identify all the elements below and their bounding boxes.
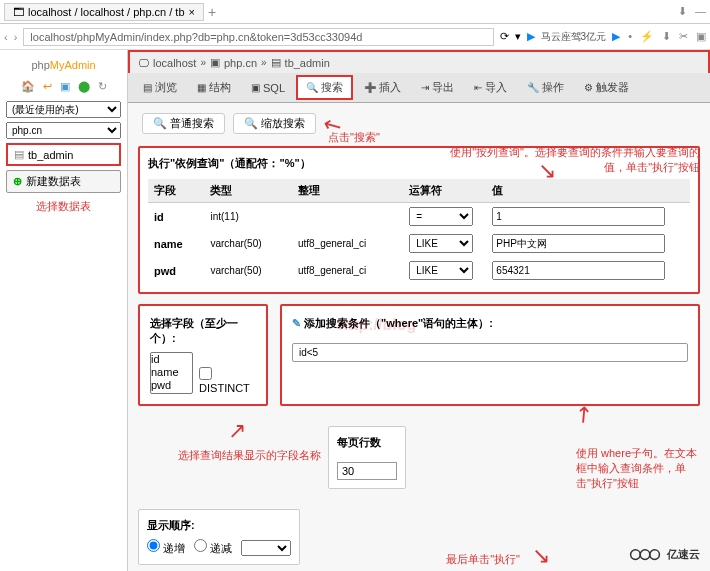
server-icon: 🖵: [138, 57, 149, 69]
cloud-logo-icon: [627, 545, 663, 563]
import-icon: ⇤: [474, 82, 482, 93]
browse-icon: ▤: [143, 82, 152, 93]
col-collation: 整理: [292, 179, 403, 203]
order-desc-radio[interactable]: [194, 539, 207, 552]
tab-triggers[interactable]: ⚙触发器: [575, 75, 638, 100]
pencil-icon: ✎: [292, 317, 301, 329]
table-icon2: ▤: [271, 56, 281, 69]
order-asc-radio[interactable]: [147, 539, 160, 552]
footer-brand: 亿速云: [627, 545, 700, 563]
url-text: localhost/phpMyAdmin/index.php?db=php.cn…: [30, 31, 362, 43]
inspect-icon[interactable]: ▣: [696, 30, 706, 43]
rows-per-page-box: 每页行数: [328, 426, 406, 489]
operator-select[interactable]: LIKE: [409, 261, 473, 280]
browser-tab[interactable]: 🗔 localhost / localhost / php.cn / tb ×: [4, 3, 204, 21]
back-icon[interactable]: ‹: [4, 31, 8, 43]
forward-icon[interactable]: ›: [14, 31, 18, 43]
structure-icon: ▦: [197, 82, 206, 93]
download-icon[interactable]: ⬇: [678, 5, 687, 18]
select-fields-box: 选择字段（至少一个）: id name pwd DISTINCT: [138, 304, 268, 406]
anno-search-tab: 点击"搜索": [328, 130, 380, 145]
subtab-normal-search[interactable]: 🔍普通搜索: [142, 113, 225, 134]
distinct-checkbox[interactable]: [199, 367, 212, 380]
value-input[interactable]: [492, 234, 664, 253]
criteria-table: 字段 类型 整理 运算符 值 id int(11) = name varchar…: [148, 179, 690, 284]
db-icon: ▣: [210, 56, 220, 69]
breadcrumb-host[interactable]: localhost: [153, 57, 196, 69]
watermark: http://blog: [338, 316, 416, 334]
criteria-row: name varchar(50) utf8_general_ci LIKE: [148, 230, 690, 257]
sql-icon[interactable]: ▣: [60, 80, 70, 93]
search-icon2: 🔍: [153, 117, 167, 130]
export-icon: ⇥: [421, 82, 429, 93]
new-tab-button[interactable]: +: [208, 4, 216, 20]
anno-where: 使用 where子句。在文本框中输入查询条件，单击"执行"按钮: [576, 446, 706, 491]
criteria-row: pwd varchar(50) utf8_general_ci LIKE: [148, 257, 690, 284]
tab-search[interactable]: 🔍搜索: [296, 75, 353, 100]
triggers-icon: ⚙: [584, 82, 593, 93]
url-input[interactable]: localhost/phpMyAdmin/index.php?db=php.cn…: [23, 28, 493, 46]
tab-insert[interactable]: ➕插入: [355, 75, 410, 100]
col-operator: 运算符: [403, 179, 486, 203]
svg-point-1: [640, 550, 650, 560]
tab-export[interactable]: ⇥导出: [412, 75, 463, 100]
value-input[interactable]: [492, 261, 664, 280]
phpmyadmin-logo: phpMyAdmin: [31, 56, 95, 72]
col-type: 类型: [204, 179, 291, 203]
bookmark-text[interactable]: 马云座驾3亿元: [541, 30, 607, 44]
sql-tab-icon: ▣: [251, 82, 260, 93]
tab-structure[interactable]: ▦结构: [188, 75, 240, 100]
refresh-icon[interactable]: ⟳: [500, 30, 509, 43]
svg-point-0: [631, 550, 641, 560]
tab-operations[interactable]: 🔧操作: [518, 75, 573, 100]
logout-icon[interactable]: ↩: [43, 80, 52, 93]
operator-select[interactable]: =: [409, 207, 473, 226]
col-field: 字段: [148, 179, 204, 203]
breadcrumb-table[interactable]: tb_admin: [285, 57, 330, 69]
where-input[interactable]: [292, 343, 688, 362]
new-table-button[interactable]: ⊕ 新建数据表: [6, 170, 121, 193]
order-field-select[interactable]: [241, 540, 291, 556]
sidebar-table-item[interactable]: ▤ tb_admin: [6, 143, 121, 166]
ops-icon: 🔧: [527, 82, 539, 93]
table-icon: ▤: [14, 148, 24, 161]
tab-import[interactable]: ⇤导入: [465, 75, 516, 100]
criteria-row: id int(11) =: [148, 203, 690, 231]
anno-query-panel: 使用"按列查询"。选择要查询的条件并输入要查询的值，单击"执行"按钮: [450, 145, 700, 175]
arrow-go-btn: ↘: [532, 543, 550, 569]
flash-icon[interactable]: ⚡: [640, 30, 654, 43]
operator-select[interactable]: LIKE: [409, 234, 473, 253]
order-box: 显示顺序: 递增 递减: [138, 509, 300, 565]
tab-title: localhost / localhost / php.cn / tb: [28, 6, 185, 18]
media-play-icon[interactable]: ▶: [612, 30, 620, 43]
tab-sql[interactable]: ▣SQL: [242, 75, 294, 100]
reload-icon[interactable]: ↻: [98, 80, 107, 93]
tab-close-icon[interactable]: ×: [189, 6, 195, 18]
dropdown-icon[interactable]: ▾: [515, 30, 521, 43]
play-icon[interactable]: ▶: [527, 30, 535, 43]
window-min-icon[interactable]: —: [695, 5, 706, 18]
home-icon[interactable]: 🏠: [21, 80, 35, 93]
select-fields-title: 选择字段（至少一个）:: [150, 316, 256, 346]
tab-icon: 🗔: [13, 6, 24, 18]
download2-icon[interactable]: ⬇: [662, 30, 671, 43]
media-dots-icon[interactable]: •: [628, 30, 632, 43]
rows-input[interactable]: [337, 462, 397, 480]
subtab-zoom-search[interactable]: 🔍缩放搜索: [233, 113, 316, 134]
breadcrumb: 🖵 localhost » ▣ php.cn » ▤ tb_admin: [128, 50, 710, 73]
recent-tables-select[interactable]: (最近使用的表): [6, 101, 121, 118]
plus-icon: ⊕: [13, 175, 22, 188]
order-title: 显示顺序:: [147, 518, 291, 533]
insert-icon: ➕: [364, 82, 376, 93]
anno-go-btn: 最后单击"执行": [446, 552, 520, 567]
fields-multiselect[interactable]: id name pwd: [150, 352, 193, 394]
screenshot-icon[interactable]: ✂: [679, 30, 688, 43]
breadcrumb-db[interactable]: php.cn: [224, 57, 257, 69]
arrow-select-fields: ↗: [228, 418, 246, 444]
svg-point-2: [650, 550, 660, 560]
database-select[interactable]: php.cn: [6, 122, 121, 139]
tab-browse[interactable]: ▤浏览: [134, 75, 186, 100]
docs-icon[interactable]: ⬤: [78, 80, 90, 93]
sidebar-annotation: 选择数据表: [36, 199, 91, 214]
value-input[interactable]: [492, 207, 664, 226]
